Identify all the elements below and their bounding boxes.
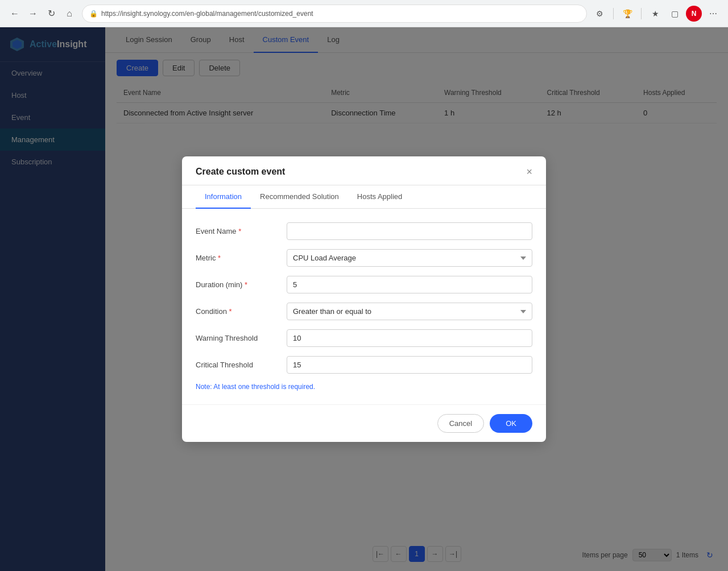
modal-footer: Cancel OK [182, 404, 546, 442]
condition-label: Condition * [196, 307, 287, 316]
lock-icon: 🔒 [89, 10, 98, 18]
extensions-icon[interactable]: ⚙ [592, 6, 607, 22]
collections-icon[interactable]: ▢ [667, 6, 682, 22]
divider2 [641, 8, 642, 19]
divider [613, 8, 614, 19]
warning-threshold-input[interactable] [287, 329, 532, 347]
modal-overlay: Create custom event × Information Recomm… [0, 27, 728, 571]
condition-required: * [229, 307, 232, 316]
form-row-warning-threshold: Warning Threshold [196, 329, 532, 347]
modal-tabs: Information Recommended Solution Hosts A… [182, 185, 546, 209]
address-bar[interactable]: 🔒 https://insight.synology.com/en-global… [82, 5, 587, 23]
modal-body: Event Name * Metric * CPU Load Average M… [182, 209, 546, 404]
create-custom-event-modal: Create custom event × Information Recomm… [182, 156, 546, 442]
forward-button[interactable]: → [25, 6, 41, 22]
profile-avatar[interactable]: N [686, 6, 702, 22]
star-icon[interactable]: ★ [647, 6, 663, 22]
form-row-duration: Duration (min) * [196, 276, 532, 293]
event-name-input[interactable] [287, 222, 532, 240]
metric-label: Metric * [196, 254, 287, 262]
modal-close-button[interactable]: × [526, 167, 532, 177]
modal-tab-information[interactable]: Information [196, 185, 251, 209]
url-text: https://insight.synology.com/en-global/m… [101, 10, 313, 18]
browser-nav-buttons: ← → ↻ ⌂ [7, 6, 77, 22]
modal-tab-recommended-solution[interactable]: Recommended Solution [251, 185, 348, 209]
home-button[interactable]: ⌂ [61, 6, 77, 22]
modal-title: Create custom event [196, 167, 285, 177]
form-row-condition: Condition * Greater than or equal to Les… [196, 303, 532, 320]
back-button[interactable]: ← [7, 6, 23, 22]
form-row-event-name: Event Name * [196, 222, 532, 240]
event-name-required: * [238, 227, 241, 235]
browser-toolbar-icons: ⚙ 🏆 ★ ▢ N ⋯ [592, 6, 721, 22]
duration-input[interactable] [287, 276, 532, 293]
event-name-label: Event Name * [196, 227, 287, 235]
cancel-button[interactable]: Cancel [437, 414, 484, 433]
trophy-icon[interactable]: 🏆 [619, 6, 635, 22]
critical-threshold-input[interactable] [287, 356, 532, 374]
warning-threshold-label: Warning Threshold [196, 334, 287, 342]
ok-button[interactable]: OK [490, 414, 532, 433]
more-icon[interactable]: ⋯ [705, 6, 721, 22]
form-row-metric: Metric * CPU Load Average Memory Usage D… [196, 249, 532, 267]
metric-required: * [218, 254, 221, 262]
modal-header: Create custom event × [182, 156, 546, 185]
critical-threshold-label: Critical Threshold [196, 361, 287, 369]
modal-tab-hosts-applied[interactable]: Hosts Applied [348, 185, 412, 209]
reload-button[interactable]: ↻ [43, 6, 59, 22]
form-row-critical-threshold: Critical Threshold [196, 356, 532, 374]
browser-chrome: ← → ↻ ⌂ 🔒 https://insight.synology.com/e… [0, 0, 728, 27]
duration-label: Duration (min) * [196, 280, 287, 289]
condition-select[interactable]: Greater than or equal to Less than or eq… [287, 303, 532, 320]
metric-select[interactable]: CPU Load Average Memory Usage Disk Usage… [287, 249, 532, 267]
note-text: Note: At least one threshold is required… [196, 383, 532, 391]
duration-required: * [245, 280, 247, 289]
